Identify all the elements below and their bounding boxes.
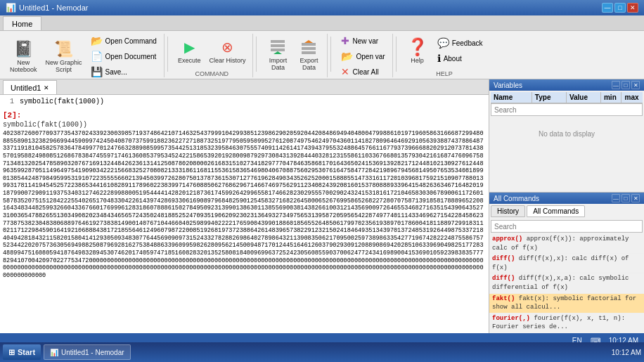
new-notebook-button[interactable]: 📓 NewNotebook [7, 38, 40, 75]
taskbar-nemodar-app[interactable]: 📊 Untitled1 - Nemodar [44, 344, 130, 347]
variables-panel-float[interactable]: □ [622, 81, 630, 89]
commands-search[interactable] [491, 220, 643, 233]
new-notebook-label: NewNotebook [10, 59, 37, 73]
separator-2 [256, 37, 257, 72]
execute-label: Execute [178, 57, 201, 64]
open-command-label: Open Command [105, 37, 157, 45]
output-value: 4023872600770937735437024339230039857193… [3, 130, 486, 280]
clear-history-label: Clear History [209, 57, 245, 64]
col-max: max [622, 92, 643, 103]
help-label: Help [411, 57, 424, 64]
start-button[interactable]: ⊞ Start [3, 344, 41, 347]
export-data-button[interactable]: ExportData [295, 36, 323, 72]
svg-marker-3 [273, 51, 282, 54]
open-var-label: Open var [356, 53, 385, 60]
notebook-icon: 📓 [13, 39, 33, 59]
commands-panel-float[interactable]: □ [622, 194, 630, 202]
commands-panel-close[interactable]: ✕ [631, 194, 640, 202]
about-label: About [444, 55, 462, 63]
commands-panel: All Commands — □ ✕ History All Commands … [489, 193, 644, 333]
command-diff-2[interactable]: diff() diff(f(x),x,a): calc symbolic dif… [489, 273, 644, 293]
commands-tabs: History All Commands [489, 204, 644, 219]
line-number-1: 1 [3, 98, 14, 105]
graphic-script-icon: 📜 [54, 39, 74, 59]
new-graphic-script-label: New GraphicScript [46, 59, 82, 73]
col-value: Value [567, 92, 601, 103]
new-graphic-script-button[interactable]: 📜 New GraphicScript [43, 38, 85, 75]
svg-rect-5 [302, 47, 316, 50]
command-group-label: COMMAND [195, 69, 228, 77]
open-document-icon: 📄 [91, 51, 103, 62]
variables-title: Variables [494, 82, 522, 89]
export-data-label: ExportData [300, 57, 318, 71]
editor-input-line: symbolic(fakt(1000)) [20, 98, 104, 105]
new-var-button[interactable]: ✚ New var [338, 34, 387, 48]
separator-3 [330, 37, 331, 72]
save-button[interactable]: 💾 Save... [88, 65, 160, 79]
separator-4 [396, 37, 397, 72]
open-document-button[interactable]: 📄 Open Document [88, 49, 160, 63]
about-icon: ℹ [437, 53, 441, 64]
variables-search[interactable] [491, 103, 643, 116]
variables-title-bar: Variables — □ ✕ [489, 79, 644, 91]
commands-panel-min[interactable]: — [612, 194, 620, 202]
doc-tab-close[interactable]: ✕ [44, 84, 49, 91]
variables-panel-close[interactable]: ✕ [631, 81, 640, 89]
import-data-label: ImportData [269, 57, 288, 71]
open-var-button[interactable]: 📂 Open var [338, 49, 387, 63]
ribbon-group-data: ImportData ExportData [259, 34, 328, 77]
doc-tab-untitled1[interactable]: Untitled1 ✕ [3, 80, 57, 94]
command-list: approx() approx(f(x)): approximately cal… [489, 234, 644, 332]
ribbon-group-command: ▶ Execute ⊗ Clear History COMMAND [171, 34, 254, 77]
close-button[interactable]: ✕ [627, 3, 638, 13]
tab-history[interactable]: History [491, 205, 525, 217]
clear-history-button[interactable]: ⊗ Clear History [206, 36, 248, 65]
ribbon: Home 📓 NewNotebook 📜 New GraphicScript 📂… [0, 15, 644, 79]
minimize-button[interactable]: — [602, 3, 613, 13]
ribbon-tabs: Home [0, 15, 644, 31]
maximize-button[interactable]: □ [614, 3, 626, 13]
ribbon-group-help: ❓ Help 💬 Feedback ℹ About HELP [399, 34, 490, 77]
command-approx[interactable]: approx() approx(f(x)): approximately cal… [489, 234, 644, 254]
export-icon [299, 37, 318, 57]
col-type: Type [532, 92, 567, 103]
clear-all-icon: ✕ [341, 66, 349, 77]
tab-home[interactable]: Home [3, 16, 41, 30]
help-group-label: HELP [436, 69, 453, 77]
ribbon-group-variable: ✚ New var 📂 Open var ✕ Clear All VARIABL… [334, 34, 392, 77]
import-icon [268, 37, 288, 57]
command-fourier[interactable]: fourier(,) fourier(f(x), x, t1, n): Four… [489, 313, 644, 332]
doc-tabs: Untitled1 ✕ [0, 79, 489, 95]
tab-all-commands[interactable]: All Commands [527, 205, 585, 217]
separator-1 [167, 37, 168, 72]
output-bracket: [2]: [3, 111, 21, 119]
new-var-icon: ✚ [341, 35, 349, 46]
variables-panel: Variables — □ ✕ Name Type Value min max … [489, 79, 644, 193]
open-command-button[interactable]: 📂 Open Command [88, 34, 160, 48]
variables-header: Name Type Value min max [491, 92, 643, 103]
execute-button[interactable]: ▶ Execute [175, 36, 204, 65]
col-name: Name [491, 92, 532, 103]
command-fakt[interactable]: fakt() fakt(x): symbolic factorial for s… [489, 294, 644, 313]
output-section: [2]: symbolic(fakt(1000)) 40238726007709… [3, 111, 486, 280]
about-button[interactable]: ℹ About [434, 51, 486, 65]
import-data-button[interactable]: ImportData [264, 36, 292, 72]
main-body: Untitled1 ✕ 1 symbolic(fakt(1000)) [2]: … [0, 79, 644, 333]
svg-marker-7 [304, 40, 313, 43]
svg-rect-0 [271, 40, 285, 43]
svg-rect-2 [271, 49, 285, 51]
save-label: Save... [105, 68, 127, 76]
feedback-label: Feedback [452, 39, 483, 47]
variables-panel-min[interactable]: — [612, 81, 620, 89]
commands-title-bar: All Commands — □ ✕ [489, 193, 644, 204]
no-data-message: No data to display [491, 116, 643, 152]
feedback-button[interactable]: 💬 Feedback [434, 36, 486, 50]
title-bar: 📊 Untitled1 - Nemodar — □ ✕ [0, 0, 644, 15]
editor-area[interactable]: 1 symbolic(fakt(1000)) [2]: symbolic(fak… [0, 95, 489, 333]
new-var-label: New var [352, 37, 378, 45]
command-diff-1[interactable]: diff() diff(f(x),x): calc diff(x) of f(x… [489, 254, 644, 273]
feedback-icon: 💬 [437, 37, 449, 49]
output-label: symbolic(fakt(1000)) [3, 121, 486, 129]
help-button[interactable]: ❓ Help [404, 36, 432, 65]
clear-all-button[interactable]: ✕ Clear All [338, 65, 387, 79]
